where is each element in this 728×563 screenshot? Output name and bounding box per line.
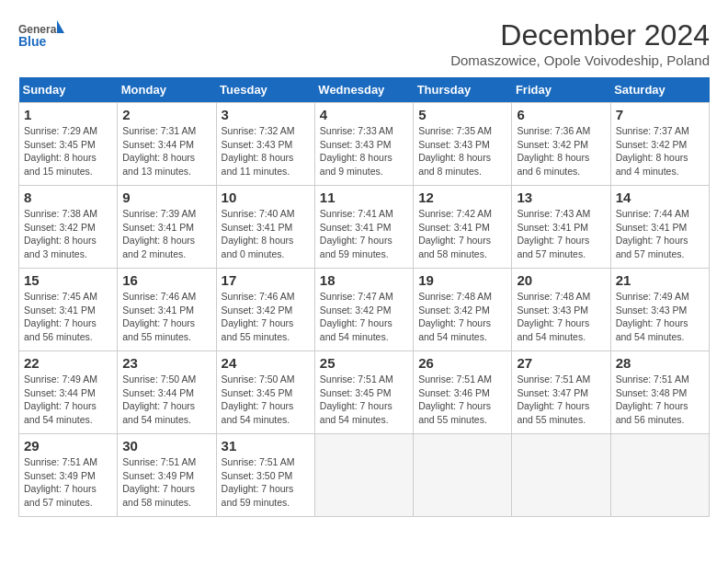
day-info: Sunrise: 7:51 AMSunset: 3:49 PMDaylight:… [122,455,210,510]
table-row: 28Sunrise: 7:51 AMSunset: 3:48 PMDayligh… [610,351,709,434]
table-row: 8Sunrise: 7:38 AMSunset: 3:42 PMDaylight… [19,186,118,269]
day-number: 21 [616,272,704,288]
col-monday: Monday [118,77,216,103]
day-info: Sunrise: 7:40 AMSunset: 3:41 PMDaylight:… [222,207,310,261]
day-info: Sunrise: 7:48 AMSunset: 3:42 PMDaylight:… [418,290,506,344]
week-2: 8Sunrise: 7:38 AMSunset: 3:42 PMDaylight… [19,186,710,269]
week-4: 22Sunrise: 7:49 AMSunset: 3:44 PMDayligh… [19,351,710,434]
table-row: 29Sunrise: 7:51 AMSunset: 3:49 PMDayligh… [19,434,118,517]
table-row: 12Sunrise: 7:42 AMSunset: 3:41 PMDayligh… [414,186,512,269]
day-info: Sunrise: 7:37 AMSunset: 3:42 PMDaylight:… [616,124,704,178]
day-number: 14 [616,190,704,205]
day-info: Sunrise: 7:50 AMSunset: 3:44 PMDaylight:… [122,373,210,427]
col-thursday: Thursday [414,77,512,103]
table-row: 27Sunrise: 7:51 AMSunset: 3:47 PMDayligh… [512,351,610,434]
day-info: Sunrise: 7:42 AMSunset: 3:41 PMDaylight:… [418,207,506,261]
week-5: 29Sunrise: 7:51 AMSunset: 3:49 PMDayligh… [19,434,710,517]
day-info: Sunrise: 7:44 AMSunset: 3:41 PMDaylight:… [616,207,704,261]
day-number: 22 [24,355,112,371]
table-row: 16Sunrise: 7:46 AMSunset: 3:41 PMDayligh… [118,269,216,351]
day-number: 12 [418,190,506,205]
day-number: 9 [122,190,210,205]
calendar-table: Sunday Monday Tuesday Wednesday Thursday… [18,77,710,517]
table-row: 30Sunrise: 7:51 AMSunset: 3:49 PMDayligh… [118,434,216,517]
table-row: 17Sunrise: 7:46 AMSunset: 3:42 PMDayligh… [216,269,314,351]
page-header: General Blue December 2024 Domaszowice, … [18,18,710,68]
day-number: 31 [222,438,310,454]
table-row: 23Sunrise: 7:50 AMSunset: 3:44 PMDayligh… [118,351,216,434]
day-info: Sunrise: 7:51 AMSunset: 3:49 PMDaylight:… [24,455,112,510]
day-info: Sunrise: 7:45 AMSunset: 3:41 PMDaylight:… [24,290,112,344]
day-info: Sunrise: 7:50 AMSunset: 3:45 PMDaylight:… [222,373,310,427]
day-number: 28 [616,355,704,371]
month-title: December 2024 [450,18,710,52]
day-number: 25 [320,355,408,371]
day-info: Sunrise: 7:31 AMSunset: 3:44 PMDaylight:… [122,124,210,178]
table-row [414,434,512,517]
svg-text:Blue: Blue [18,34,47,49]
day-number: 7 [616,107,704,122]
day-info: Sunrise: 7:49 AMSunset: 3:43 PMDaylight:… [616,290,704,344]
table-row: 18Sunrise: 7:47 AMSunset: 3:42 PMDayligh… [314,269,413,351]
day-info: Sunrise: 7:51 AMSunset: 3:47 PMDaylight:… [517,373,605,427]
day-info: Sunrise: 7:49 AMSunset: 3:44 PMDaylight:… [24,373,112,427]
day-info: Sunrise: 7:29 AMSunset: 3:45 PMDaylight:… [24,124,112,178]
table-row: 3Sunrise: 7:32 AMSunset: 3:43 PMDaylight… [216,103,314,186]
day-number: 8 [24,190,112,205]
table-row: 2Sunrise: 7:31 AMSunset: 3:44 PMDaylight… [118,103,216,186]
day-info: Sunrise: 7:38 AMSunset: 3:42 PMDaylight:… [24,207,112,261]
day-number: 10 [222,190,310,205]
day-number: 3 [222,107,310,122]
table-row: 25Sunrise: 7:51 AMSunset: 3:45 PMDayligh… [314,351,413,434]
table-row: 9Sunrise: 7:39 AMSunset: 3:41 PMDaylight… [118,186,216,269]
day-number: 18 [320,272,408,288]
col-tuesday: Tuesday [216,77,314,103]
title-area: December 2024 Domaszowice, Opole Voivode… [450,18,710,68]
day-number: 1 [24,107,112,122]
day-info: Sunrise: 7:41 AMSunset: 3:41 PMDaylight:… [320,207,408,261]
day-info: Sunrise: 7:47 AMSunset: 3:42 PMDaylight:… [320,290,408,344]
day-number: 30 [122,438,210,454]
day-number: 16 [122,272,210,288]
col-saturday: Saturday [610,77,709,103]
table-row: 13Sunrise: 7:43 AMSunset: 3:41 PMDayligh… [512,186,610,269]
week-1: 1Sunrise: 7:29 AMSunset: 3:45 PMDaylight… [19,103,710,186]
day-number: 15 [24,272,112,288]
day-number: 23 [122,355,210,371]
location-subtitle: Domaszowice, Opole Voivodeship, Poland [450,52,710,68]
day-info: Sunrise: 7:46 AMSunset: 3:41 PMDaylight:… [122,290,210,344]
table-row [314,434,413,517]
logo: General Blue [18,18,64,60]
col-friday: Friday [512,77,610,103]
table-row: 19Sunrise: 7:48 AMSunset: 3:42 PMDayligh… [414,269,512,351]
table-row: 11Sunrise: 7:41 AMSunset: 3:41 PMDayligh… [314,186,413,269]
day-number: 24 [222,355,310,371]
table-row [512,434,610,517]
table-row: 31Sunrise: 7:51 AMSunset: 3:50 PMDayligh… [216,434,314,517]
day-info: Sunrise: 7:51 AMSunset: 3:45 PMDaylight:… [320,373,408,427]
day-info: Sunrise: 7:46 AMSunset: 3:42 PMDaylight:… [222,290,310,344]
day-info: Sunrise: 7:33 AMSunset: 3:43 PMDaylight:… [320,124,408,178]
table-row: 20Sunrise: 7:48 AMSunset: 3:43 PMDayligh… [512,269,610,351]
day-number: 5 [418,107,506,122]
table-row: 6Sunrise: 7:36 AMSunset: 3:42 PMDaylight… [512,103,610,186]
day-number: 26 [418,355,506,371]
table-row: 14Sunrise: 7:44 AMSunset: 3:41 PMDayligh… [610,186,709,269]
day-info: Sunrise: 7:51 AMSunset: 3:50 PMDaylight:… [222,455,310,510]
table-row: 4Sunrise: 7:33 AMSunset: 3:43 PMDaylight… [314,103,413,186]
day-number: 13 [517,190,605,205]
table-row [610,434,709,517]
day-info: Sunrise: 7:35 AMSunset: 3:43 PMDaylight:… [418,124,506,178]
day-info: Sunrise: 7:36 AMSunset: 3:42 PMDaylight:… [517,124,605,178]
table-row: 22Sunrise: 7:49 AMSunset: 3:44 PMDayligh… [19,351,118,434]
day-number: 27 [517,355,605,371]
day-number: 17 [222,272,310,288]
day-info: Sunrise: 7:32 AMSunset: 3:43 PMDaylight:… [222,124,310,178]
day-number: 2 [122,107,210,122]
table-row: 26Sunrise: 7:51 AMSunset: 3:46 PMDayligh… [414,351,512,434]
day-info: Sunrise: 7:48 AMSunset: 3:43 PMDaylight:… [517,290,605,344]
day-info: Sunrise: 7:39 AMSunset: 3:41 PMDaylight:… [122,207,210,261]
day-info: Sunrise: 7:43 AMSunset: 3:41 PMDaylight:… [517,207,605,261]
table-row: 15Sunrise: 7:45 AMSunset: 3:41 PMDayligh… [19,269,118,351]
day-info: Sunrise: 7:51 AMSunset: 3:48 PMDaylight:… [616,373,704,427]
